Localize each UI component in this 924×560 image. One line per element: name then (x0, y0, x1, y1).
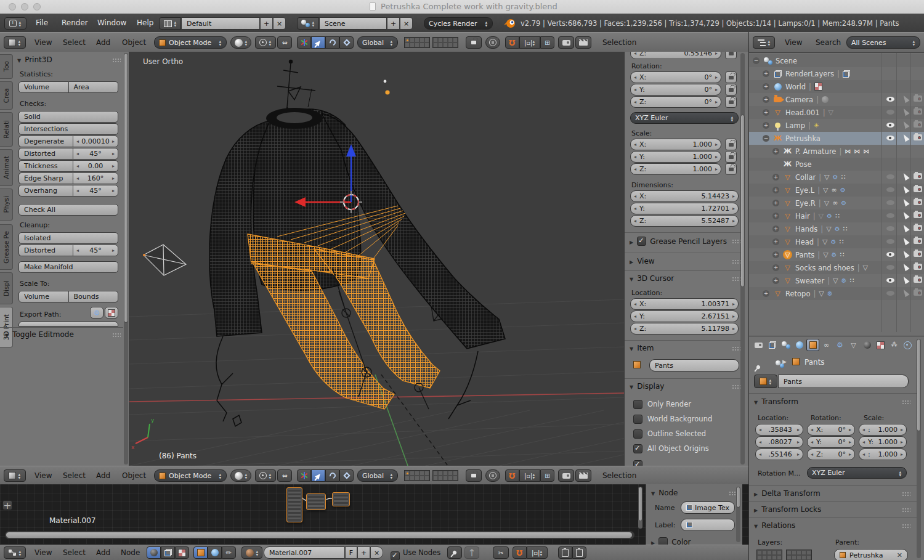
visibility-toggle[interactable] (886, 134, 894, 142)
decrement-arrow[interactable]: ◂ (758, 452, 763, 457)
expand-icon[interactable]: + (772, 251, 779, 258)
pivot-point-button[interactable] (255, 469, 276, 482)
add-scene-button[interactable]: + (387, 17, 400, 30)
increment-arrow[interactable]: ▸ (714, 166, 719, 172)
renderability-toggle[interactable] (914, 289, 922, 298)
close-window-button[interactable] (9, 3, 16, 10)
properties-tab-particles[interactable]: ⁂ (888, 339, 901, 351)
render-engine-select[interactable]: Cycles Render (424, 17, 493, 30)
menu-object[interactable]: Object (116, 38, 152, 47)
scale-field-2[interactable]: ◂Z:1.000▸ (630, 163, 721, 175)
tool-tab-physics[interactable]: Physi (0, 189, 13, 221)
lock-scale-z-button[interactable] (725, 163, 737, 175)
renderability-toggle[interactable] (914, 95, 922, 103)
increment-arrow[interactable]: ▸ (796, 452, 801, 457)
increment-arrow[interactable]: ▸ (899, 439, 904, 445)
paste-nodes-button[interactable] (572, 546, 586, 559)
decrement-arrow[interactable]: ◂ (633, 326, 638, 331)
increment-arrow[interactable]: ▸ (714, 52, 719, 56)
outliner-row-hair[interactable]: +▽Hair|▽⚙∷ (749, 209, 924, 222)
outliner-row-pose[interactable]: ЖPose (749, 158, 924, 171)
delta-transform-panel-header[interactable]: Delta Transform (754, 489, 910, 498)
scale-to-volume-button[interactable]: Volume (18, 291, 69, 302)
view-panel-header[interactable]: View (630, 257, 740, 266)
expand-icon[interactable]: + (763, 290, 769, 297)
render-animation-button[interactable] (575, 36, 591, 49)
increment-arrow[interactable]: ▸ (731, 193, 736, 199)
selectability-toggle[interactable] (903, 263, 908, 272)
panel-grip[interactable] (732, 384, 740, 389)
increment-arrow[interactable]: ▸ (714, 87, 719, 92)
cleanup-isolated-button[interactable]: Isolated (18, 232, 118, 244)
properties-scrollbar[interactable] (917, 339, 921, 558)
renderability-toggle[interactable] (914, 276, 922, 285)
check-intersections-button[interactable]: Intersections (18, 123, 118, 135)
mode-select[interactable]: Object Mode (154, 469, 227, 482)
selectability-toggle[interactable] (903, 198, 908, 208)
properties-tab-constraints[interactable]: ∞ (820, 339, 833, 351)
decrement-arrow[interactable]: ◂ (633, 301, 638, 307)
decrement-arrow[interactable]: ◂ (633, 99, 638, 105)
screen-layout-icon-button[interactable] (159, 17, 181, 30)
increment-arrow[interactable]: ▸ (899, 452, 904, 457)
layers-widget[interactable] (404, 470, 458, 481)
pivot-point-button[interactable] (255, 36, 276, 49)
decrement-arrow[interactable]: ◂ (861, 427, 866, 432)
scale-field-1[interactable]: ◂Y:1.000▸ (630, 151, 721, 163)
dimension-field-2[interactable]: ◂Z:5.52487▸ (630, 215, 739, 227)
decrement-arrow[interactable]: ◂ (809, 452, 814, 457)
location-z-field[interactable]: ◂Z:0.55146▸ (630, 52, 721, 59)
properties-tab-render-layers[interactable] (766, 339, 779, 351)
selectability-toggle[interactable] (903, 121, 908, 130)
panel-grip[interactable] (902, 524, 910, 528)
renderability-toggle[interactable] (914, 121, 922, 129)
display-mode-select[interactable]: All Scenes (846, 36, 920, 49)
outliner-row-p-armature[interactable]: +ЖP. Armature|⋈⋈⋈ (749, 145, 924, 158)
tool-tab-create[interactable]: Crea (0, 81, 13, 110)
object-shader-button[interactable] (193, 546, 208, 559)
cursor-panel-header[interactable]: 3D Cursor (630, 274, 740, 283)
print3d-panel-header[interactable]: Print3D (17, 55, 121, 64)
delete-layout-button[interactable]: × (273, 17, 286, 30)
expand-icon[interactable]: + (772, 148, 779, 155)
decrement-arrow[interactable]: ◂ (633, 75, 638, 80)
outliner-row-petrushka[interactable]: −ЖPetrushka (749, 132, 924, 145)
panel-grip[interactable] (902, 508, 910, 512)
expand-icon[interactable]: + (772, 213, 779, 219)
snap-toggle[interactable] (505, 469, 519, 482)
visibility-toggle[interactable] (886, 224, 894, 233)
item-name-field[interactable]: Pants (649, 359, 739, 371)
properties-tab-scene[interactable] (779, 339, 792, 351)
tool-tab-relations[interactable]: Relati (0, 112, 13, 147)
viewport[interactable]: x y User Ortho (86) Pants (129, 52, 624, 466)
visibility-toggle[interactable] (886, 276, 894, 285)
increment-arrow[interactable]: ▸ (731, 206, 736, 211)
properties-tab-object[interactable] (806, 339, 819, 351)
manipulator-scale-toggle[interactable] (339, 469, 354, 482)
lock-rotation-y-button[interactable] (725, 84, 737, 95)
outliner-row-pants[interactable]: +▽Pants|▽⚙∷ (749, 248, 924, 261)
outliner-row-lamp[interactable]: +Lamp|☀ (749, 119, 924, 132)
node-panel-header[interactable]: Node (646, 484, 742, 497)
increment-arrow[interactable]: ▸ (714, 154, 719, 160)
outliner-row-socks-and-shoes[interactable]: +▽Socks and shoes|▽ (749, 261, 924, 274)
node-name-field[interactable]: Image Tex (681, 501, 735, 514)
decrement-arrow[interactable]: ◂ (633, 87, 638, 92)
snap-toggle[interactable] (505, 36, 519, 49)
lock-location-z-button[interactable] (725, 52, 737, 59)
menu-render[interactable]: Render (55, 18, 94, 27)
renderability-toggle[interactable] (914, 250, 922, 259)
area-button[interactable]: Area (69, 81, 119, 93)
use-nodes-checkbox[interactable] (391, 551, 400, 560)
increment-arrow[interactable]: ▸ (731, 301, 736, 307)
check-solid-button[interactable]: Solid (18, 111, 118, 123)
minimize-window-button[interactable] (21, 3, 28, 10)
only-render-checkbox[interactable] (633, 400, 642, 409)
selectability-toggle[interactable] (903, 289, 908, 298)
increment-arrow[interactable]: ▸ (731, 326, 736, 331)
expand-icon[interactable]: + (763, 96, 769, 103)
cursor-location-field-1[interactable]: ◂Y:2.67151▸ (630, 310, 739, 322)
orientation-select[interactable]: Global (357, 469, 398, 482)
node-image-texture[interactable] (286, 487, 302, 522)
object-id-icon-button[interactable] (754, 375, 777, 388)
